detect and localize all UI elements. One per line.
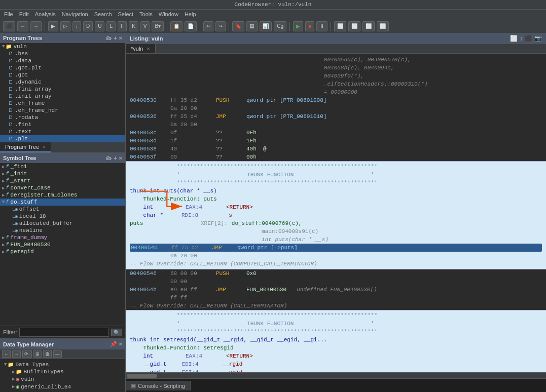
code-listing[interactable]: 00400560(c), 004000570(c), 004058b(c), 0… (126, 54, 546, 372)
toolbar-clip1[interactable]: 📋 (170, 21, 183, 31)
sym-start[interactable]: ▶ f _start (0, 177, 125, 184)
dtm-item-genericclib64[interactable]: ▶ ◉ generic_clib_64 (2, 383, 123, 390)
dtm-del-btn[interactable]: 🗑 (43, 350, 52, 358)
dtm-item-datatypes[interactable]: ▼ 📁 Data Types (2, 361, 123, 368)
toolbar-play[interactable]: ▶ (293, 21, 303, 31)
dtm-close-icon[interactable]: × (119, 341, 122, 347)
toolbar-back[interactable]: ⬛ (3, 21, 15, 31)
toolbar-f[interactable]: F (118, 21, 127, 31)
menu-item-tools[interactable]: Tools (139, 11, 153, 17)
dtm-item-vuln[interactable]: ▶ ◉ vuln (2, 375, 123, 383)
menu-item-analysis[interactable]: Analysis (35, 11, 56, 17)
toolbar-bookmark[interactable]: 🔖 (232, 21, 244, 31)
tree-item-eh-frame[interactable]: 🗋 .eh_frame (0, 100, 125, 107)
dtm-fwd-btn[interactable]: → (12, 350, 21, 358)
dtm-item-builtintypes[interactable]: ▶ 📁 BuiltInTypes (2, 368, 123, 375)
toolbar-u[interactable]: U (95, 21, 104, 31)
sym-fun-00400530[interactable]: ▶ f FUN_00400530 (0, 241, 125, 248)
sym-do-stuff[interactable]: ▼ f do_stuff (0, 199, 125, 206)
menu-item-edit[interactable]: Edit (19, 11, 29, 17)
pt-icon1[interactable]: 🗁 (106, 35, 112, 41)
listing-icon4[interactable]: 📷 (534, 35, 542, 42)
toolbar-run2[interactable]: ▷ (60, 21, 70, 31)
dtm-minus-btn[interactable]: — (53, 350, 62, 358)
sym-local18[interactable]: L◉ local_18 (0, 213, 125, 220)
sym-deregister[interactable]: ▶ f deregister_tm_clones (0, 191, 125, 199)
toolbar-cg[interactable]: Cg (274, 21, 286, 31)
listing-tab-vuln[interactable]: *vuln × (126, 44, 156, 53)
listing-icon1[interactable]: ⬜ (510, 35, 518, 42)
tree-item-dynamic[interactable]: 🗋 .dynamic (0, 79, 125, 86)
program-tree-tab[interactable]: Program Tree × (0, 142, 51, 152)
toolbar-v[interactable]: V (140, 21, 150, 31)
menu-item-window[interactable]: Window (159, 11, 178, 17)
dtm-pin-icon[interactable]: 📌 (110, 341, 117, 347)
sym-fini[interactable]: ▶ f _fini (0, 163, 125, 170)
sym-convert-case[interactable]: ▶ f convert_case (0, 184, 125, 191)
dtm-refresh-btn[interactable]: ⟳· (22, 350, 32, 358)
tree-item-fini[interactable]: 🗋 .fini (0, 121, 125, 128)
menu-item-help[interactable]: Help (185, 11, 196, 17)
scrollbar-thumb[interactable] (127, 374, 157, 378)
sym-frame-dummy[interactable]: ▶ f frame_dummy (0, 234, 125, 241)
menu-item-file[interactable]: File (4, 11, 13, 17)
toolbar-stop[interactable]: ■ (305, 21, 314, 31)
toolbar-fwd2[interactable]: → (30, 21, 42, 31)
listing-tab-close[interactable]: × (147, 46, 150, 52)
tree-item-vuln[interactable]: ▼ 📁 vuln (0, 43, 125, 50)
expand-vuln[interactable]: ▼ (2, 44, 5, 49)
toolbar-clip2[interactable]: 📄 (185, 21, 197, 31)
toolbar-misc1[interactable]: ⬜ (334, 21, 346, 31)
sym-name-deregister: deregister_tm_clones (10, 192, 77, 198)
sym-newline[interactable]: L◉ newline (0, 227, 125, 234)
toolbar-step[interactable]: ↓ (72, 21, 81, 31)
tree-item-eh-frame-hdr[interactable]: 🗋 .eh_frame_hdr (0, 107, 125, 114)
filter-input[interactable] (19, 328, 110, 337)
bytes-00400536: ff 25 d4 (170, 112, 216, 121)
toolbar-l[interactable]: L (106, 21, 116, 31)
pt-icon2[interactable]: + (114, 35, 117, 41)
st-icon2[interactable]: + (114, 155, 117, 161)
dtm-add-btn[interactable]: ⊞ (33, 350, 42, 358)
tree-item-rodata[interactable]: 🗋 .rodata (0, 114, 125, 121)
tree-item-plt[interactable]: 🗋 .plt (0, 135, 125, 142)
menu-item-select[interactable]: Select (118, 11, 134, 17)
tree-item-bss[interactable]: 🗋 .bss (0, 50, 125, 57)
listing-icon3[interactable]: ⬛ (525, 35, 532, 42)
st-icon1[interactable]: 🗁 (106, 155, 112, 161)
menu-item-search[interactable]: Search (94, 11, 112, 17)
console-tab[interactable]: ▣ Console - Scripting (126, 381, 191, 390)
toolbar-misc4[interactable]: ⬜ (377, 21, 389, 31)
st-icon3[interactable]: × (119, 155, 122, 161)
toolbar-img2[interactable]: 📊 (260, 21, 272, 31)
menu-item-navigation[interactable]: Navigation (62, 11, 88, 17)
toolbar-forward[interactable]: ← (17, 21, 28, 31)
tree-item-got[interactable]: 🗋 .got (0, 71, 125, 79)
sym-init[interactable]: ▶ f _init (0, 170, 125, 177)
toolbar-k[interactable]: K (129, 21, 138, 31)
toolbar-b[interactable]: B▾ (152, 21, 164, 31)
toolbar-misc3[interactable]: ⬜ (362, 21, 375, 31)
toolbar-d[interactable]: D (83, 21, 93, 31)
sym-offset[interactable]: L◉ offset (0, 206, 125, 213)
code-00400540[interactable]: 00400540 ff 25 d2 JMP qword ptr [->puts] (130, 244, 542, 252)
sym-allocated-buffer[interactable]: L◉ allocated_buffer (0, 220, 125, 227)
tree-item-data[interactable]: 🗋 .data (0, 57, 125, 64)
dtm-back-btn[interactable]: ← (2, 350, 11, 358)
program-tree-tab-close[interactable]: × (43, 144, 46, 150)
pt-icon3[interactable]: × (119, 35, 122, 41)
toolbar-misc2[interactable]: ⬜ (348, 21, 360, 31)
toolbar-undo[interactable]: ↩ (203, 21, 213, 31)
horizontal-scrollbar[interactable] (126, 372, 546, 378)
sym-getegid[interactable]: ▶ f getegid (0, 248, 125, 255)
toolbar-redo[interactable]: ↪ (215, 21, 226, 31)
toolbar-img1[interactable]: 🖼 (246, 21, 258, 31)
tree-item-fini-array[interactable]: 🗋 .fini_array (0, 86, 125, 93)
tree-item-text[interactable]: 🗋 .text (0, 128, 125, 135)
tree-item-gotplt[interactable]: 🗋 .got.plt (0, 64, 125, 71)
toolbar-run[interactable]: ▶ (48, 21, 58, 31)
tree-item-init-array[interactable]: 🗋 .init_array (0, 93, 125, 100)
toolbar-pause[interactable]: ⏸ (316, 21, 327, 31)
listing-icon2[interactable]: ↕ (520, 35, 523, 42)
filter-search-button[interactable]: 🔍 (111, 329, 122, 336)
